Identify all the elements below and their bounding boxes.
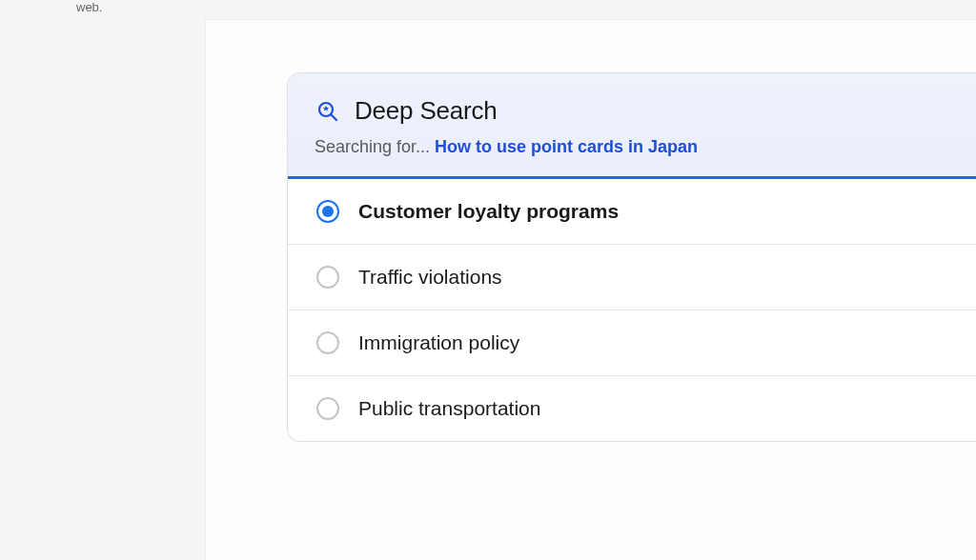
option-public-transportation[interactable]: Public transportation bbox=[288, 376, 976, 441]
deep-search-options-list: Customer loyalty programs Traffic violat… bbox=[288, 179, 976, 441]
radio-icon bbox=[316, 397, 339, 420]
deep-search-header: Deep Search Searching for... How to use … bbox=[288, 73, 976, 179]
deep-search-icon bbox=[315, 98, 341, 125]
option-label: Public transportation bbox=[358, 397, 540, 420]
option-label: Immigration policy bbox=[358, 331, 519, 354]
deep-search-card: Deep Search Searching for... How to use … bbox=[287, 72, 976, 442]
svg-line-1 bbox=[331, 114, 336, 120]
search-query-text: How to use point cards in Japan bbox=[435, 137, 698, 156]
page-wrapper: web. Deep Search Searching for... How to… bbox=[0, 0, 976, 560]
searching-prefix: Searching for... bbox=[315, 137, 435, 156]
radio-icon bbox=[316, 266, 339, 289]
deep-search-title: Deep Search bbox=[355, 96, 498, 126]
deep-search-status-line: Searching for... How to use point cards … bbox=[315, 137, 949, 157]
option-label: Customer loyalty programs bbox=[358, 200, 619, 223]
radio-icon bbox=[316, 200, 339, 223]
deep-search-title-row: Deep Search bbox=[315, 96, 949, 126]
option-immigration-policy[interactable]: Immigration policy bbox=[288, 310, 976, 376]
radio-icon bbox=[316, 331, 339, 354]
option-label: Traffic violations bbox=[358, 266, 502, 289]
page-context-text: web. bbox=[76, 0, 102, 14]
main-content-area: Deep Search Searching for... How to use … bbox=[205, 19, 976, 560]
option-traffic-violations[interactable]: Traffic violations bbox=[288, 245, 976, 310]
option-customer-loyalty-programs[interactable]: Customer loyalty programs bbox=[288, 179, 976, 245]
